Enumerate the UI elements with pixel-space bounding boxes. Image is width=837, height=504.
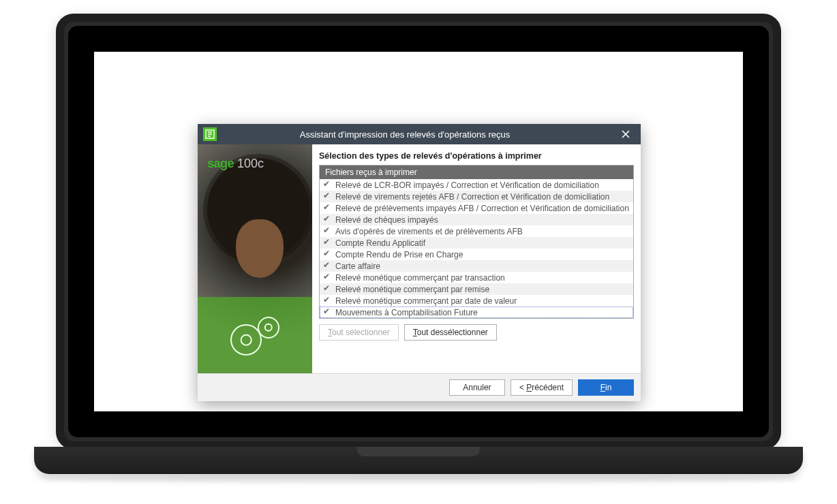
list-item[interactable]: Relevé monétique commerçant par date de … (320, 295, 633, 306)
list-item[interactable]: Mouvements à Comptabilisation Future (320, 306, 633, 318)
deselect-all-button[interactable]: Tout dessélectionner (404, 324, 497, 341)
close-button[interactable] (611, 124, 641, 144)
list-item-label: Relevé de LCR-BOR impayés / Correction e… (335, 180, 599, 190)
list-item-label: Compte Rendu Applicatif (335, 238, 425, 248)
list-item[interactable]: Relevé de chèques impayés (320, 214, 633, 225)
brand-text: sage (207, 157, 234, 170)
cancel-button[interactable]: Annuler (449, 379, 505, 396)
check-icon (324, 193, 331, 200)
check-icon (324, 216, 331, 223)
check-icon (324, 309, 331, 316)
check-icon (324, 227, 331, 235)
list-item[interactable]: Compte Rendu de Prise en Charge (320, 249, 633, 260)
print-wizard-dialog: Assistant d'impression des relevés d'opé… (198, 124, 641, 401)
list-item[interactable]: Relevé monétique commerçant par transact… (320, 272, 633, 283)
list-item[interactable]: Relevé monétique commerçant par remise (320, 283, 633, 295)
list-header: Fichiers reçus à imprimer (320, 166, 633, 179)
laptop-frame: Assistant d'impression des relevés d'opé… (56, 14, 781, 450)
gear-icon (230, 324, 262, 356)
product-text: 100c (237, 157, 264, 170)
list-item-label: Relevé monétique commerçant par transact… (335, 273, 505, 283)
list-item[interactable]: Avis d'opérés de virements et de prélève… (320, 225, 633, 237)
finish-button[interactable]: Fin (578, 379, 634, 396)
laptop-base (34, 447, 803, 474)
list-item-label: Mouvements à Comptabilisation Future (335, 308, 478, 317)
list-item[interactable]: Relevé de prélèvements impayés AFB / Cor… (320, 202, 633, 214)
titlebar: Assistant d'impression des relevés d'opé… (198, 124, 641, 144)
check-icon (324, 297, 331, 304)
list-item[interactable]: Carte affaire (320, 260, 633, 272)
list-item-label: Avis d'opérés de virements et de prélève… (335, 227, 523, 236)
product-logo: sage 100c (207, 157, 264, 171)
list-item[interactable]: Relevé de LCR-BOR impayés / Correction e… (320, 179, 633, 191)
list-item-label: Relevé de prélèvements impayés AFB / Cor… (335, 204, 629, 213)
select-all-button: Tout sélectionner (319, 324, 399, 341)
wizard-footer: Annuler < Précédent Fin (198, 373, 641, 401)
previous-button[interactable]: < Précédent (511, 379, 573, 396)
list-item-label: Relevé de virements rejetés AFB / Correc… (335, 192, 609, 202)
check-icon (324, 181, 331, 189)
check-icon (324, 251, 331, 258)
list-item-label: Relevé monétique commerçant par date de … (335, 296, 517, 306)
gear-icon (258, 317, 279, 338)
wizard-content: Sélection des types de relevés d'opérati… (312, 144, 641, 373)
wizard-side-panel: sage 100c (198, 144, 312, 373)
list-item[interactable]: Relevé de virements rejetés AFB / Correc… (320, 191, 633, 202)
dialog-body: sage 100c Sélection des types de relevés… (198, 144, 641, 373)
check-icon (324, 204, 331, 212)
gears-band (198, 297, 312, 373)
check-icon (324, 262, 331, 270)
file-type-list[interactable]: Fichiers reçus à imprimer Relevé de LCR-… (319, 165, 634, 319)
check-icon (324, 239, 331, 247)
dialog-title: Assistant d'impression des relevés d'opé… (199, 129, 611, 140)
check-icon (324, 285, 331, 293)
check-icon (324, 274, 331, 281)
list-item-label: Compte Rendu de Prise en Charge (335, 250, 463, 259)
list-item-label: Relevé de chèques impayés (335, 215, 438, 225)
list-item-label: Relevé monétique commerçant par remise (335, 285, 489, 294)
laptop-screen: Assistant d'impression des relevés d'opé… (94, 52, 743, 411)
section-title: Sélection des types de relevés d'opérati… (319, 151, 634, 161)
list-item[interactable]: Compte Rendu Applicatif (320, 237, 633, 249)
list-item-label: Carte affaire (335, 262, 380, 271)
laptop-bezel: Assistant d'impression des relevés d'opé… (68, 26, 769, 437)
